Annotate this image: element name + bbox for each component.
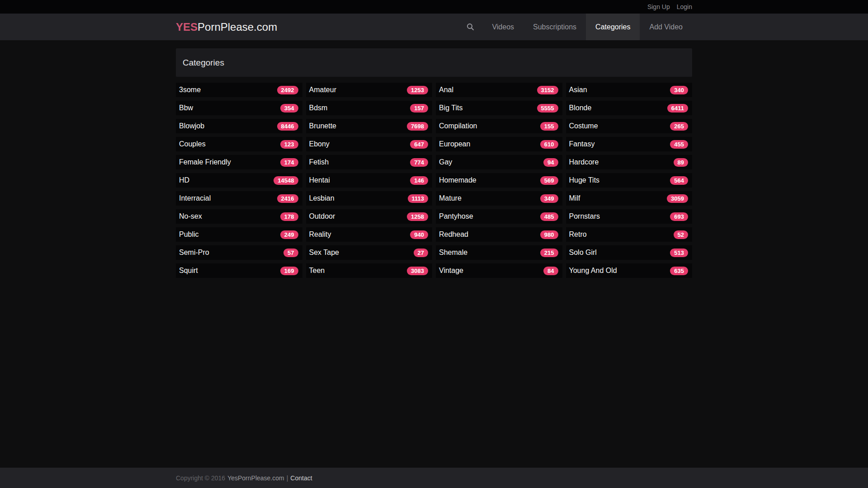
category-item[interactable]: Hardcore89 [566, 155, 693, 169]
category-count-badge: 8446 [277, 122, 298, 131]
category-count-badge: 564 [670, 176, 688, 185]
category-name: Squirt [179, 267, 198, 275]
category-item[interactable]: Pantyhose485 [436, 209, 562, 224]
category-item[interactable]: Costume265 [566, 119, 693, 133]
category-count-badge: 980 [540, 230, 558, 239]
category-count-badge: 1253 [407, 86, 428, 94]
search-icon[interactable] [458, 14, 482, 40]
category-item[interactable]: Milf3059 [566, 191, 693, 206]
category-name: Shemale [439, 249, 467, 257]
category-name: Redhead [439, 230, 468, 239]
category-count-badge: 513 [670, 249, 688, 257]
nav-item-subscriptions[interactable]: Subscriptions [524, 14, 586, 40]
category-count-badge: 340 [670, 86, 688, 94]
nav-item-videos[interactable]: Videos [482, 14, 524, 40]
footer-inner: Copyright © 2016 YesPornPlease.com | Con… [176, 468, 692, 488]
category-count-badge: 249 [280, 230, 298, 239]
category-count-badge: 2416 [277, 194, 298, 203]
category-item[interactable]: Amateur1253 [306, 83, 433, 97]
category-item[interactable]: Squirt169 [176, 263, 302, 278]
category-name: Reality [309, 230, 331, 239]
footer: Copyright © 2016 YesPornPlease.com | Con… [0, 468, 868, 488]
category-name: Fetish [309, 158, 329, 166]
category-item[interactable]: Solo Girl513 [566, 245, 693, 260]
category-name: Bdsm [309, 104, 328, 112]
category-item[interactable]: Couples123 [176, 137, 302, 151]
category-name: Teen [309, 267, 325, 275]
category-name: Solo Girl [569, 249, 597, 257]
category-item[interactable]: Interracial2416 [176, 191, 302, 206]
category-count-badge: 27 [414, 249, 428, 257]
category-count-badge: 1113 [408, 194, 429, 203]
category-count-badge: 89 [674, 158, 688, 167]
category-count-badge: 123 [280, 140, 298, 149]
category-item[interactable]: Homemade569 [436, 173, 562, 188]
category-count-badge: 178 [280, 212, 298, 221]
category-item[interactable]: Outdoor1258 [306, 209, 433, 224]
topbar-inner: Sign Up Login [176, 0, 692, 14]
category-item[interactable]: Mature349 [436, 191, 562, 206]
category-item[interactable]: Blowjob8446 [176, 119, 302, 133]
category-item[interactable]: Semi-Pro57 [176, 245, 302, 260]
category-count-badge: 774 [410, 158, 428, 167]
category-name: Retro [569, 230, 587, 239]
category-item[interactable]: Lesbian1113 [306, 191, 433, 206]
category-item[interactable]: 3some2492 [176, 83, 302, 97]
category-item[interactable]: Redhead980 [436, 227, 562, 242]
category-count-badge: 3059 [667, 194, 688, 203]
logo-accent-text: YES [176, 21, 198, 33]
category-item[interactable]: Bbw354 [176, 101, 302, 115]
category-item[interactable]: Public249 [176, 227, 302, 242]
category-count-badge: 52 [674, 230, 688, 239]
category-name: Hardcore [569, 158, 599, 166]
category-item[interactable]: Female Friendly174 [176, 155, 302, 169]
category-item[interactable]: Vintage84 [436, 263, 562, 278]
category-item[interactable]: Young And Old635 [566, 263, 693, 278]
contact-link[interactable]: Contact [290, 474, 312, 482]
category-name: Asian [569, 86, 587, 94]
category-count-badge: 157 [410, 104, 428, 113]
category-item[interactable]: Teen3083 [306, 263, 433, 278]
nav-item-add-video[interactable]: Add Video [640, 14, 692, 40]
category-item[interactable]: Anal3152 [436, 83, 562, 97]
site-logo[interactable]: YESPornPlease.com [176, 21, 277, 33]
category-name: Couples [179, 140, 206, 148]
category-item[interactable]: Fetish774 [306, 155, 433, 169]
category-item[interactable]: HD14548 [176, 173, 302, 188]
category-item[interactable]: Sex Tape27 [306, 245, 433, 260]
category-item[interactable]: Pornstars693 [566, 209, 693, 224]
category-count-badge: 14548 [274, 176, 298, 185]
category-item[interactable]: Bdsm157 [306, 101, 433, 115]
category-item[interactable]: Huge Tits564 [566, 173, 693, 188]
category-name: Gay [439, 158, 452, 166]
footer-site-link[interactable]: YesPornPlease.com [227, 474, 284, 482]
category-item[interactable]: Reality940 [306, 227, 433, 242]
category-item[interactable]: Shemale215 [436, 245, 562, 260]
category-name: Outdoor [309, 212, 335, 221]
category-name: Blonde [569, 104, 592, 112]
category-count-badge: 7698 [407, 122, 428, 131]
category-name: Young And Old [569, 267, 617, 275]
category-item[interactable]: Ebony647 [306, 137, 433, 151]
category-item[interactable]: No-sex178 [176, 209, 302, 224]
category-name: Mature [439, 194, 462, 202]
category-name: Compilation [439, 122, 477, 130]
category-count-badge: 569 [540, 176, 558, 185]
signup-link[interactable]: Sign Up [647, 3, 670, 10]
category-item[interactable]: Hentai146 [306, 173, 433, 188]
nav-item-categories[interactable]: Categories [586, 14, 640, 40]
category-item[interactable]: European610 [436, 137, 562, 151]
category-item[interactable]: Brunette7698 [306, 119, 433, 133]
category-name: HD [179, 176, 189, 184]
category-item[interactable]: Retro52 [566, 227, 693, 242]
category-item[interactable]: Compilation155 [436, 119, 562, 133]
category-item[interactable]: Big Tits5555 [436, 101, 562, 115]
category-item[interactable]: Blonde6411 [566, 101, 693, 115]
category-item[interactable]: Asian340 [566, 83, 693, 97]
category-item[interactable]: Fantasy455 [566, 137, 693, 151]
category-item[interactable]: Gay94 [436, 155, 562, 169]
category-count-badge: 693 [670, 212, 688, 221]
login-link[interactable]: Login [677, 3, 692, 10]
category-count-badge: 3083 [407, 267, 428, 275]
category-count-badge: 3152 [537, 86, 558, 94]
